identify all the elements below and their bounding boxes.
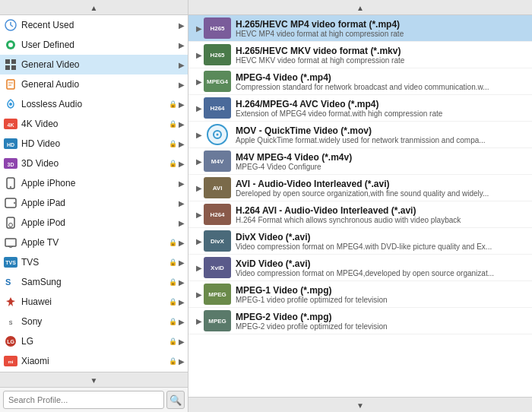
svg-rect-7	[5, 65, 10, 70]
right-item-expand-icon: ▶	[196, 237, 202, 246]
svg-point-20	[10, 186, 11, 188]
left-item-apple-tv[interactable]: Apple TV🔒▶	[0, 233, 188, 252]
left-item-icon-recent-used	[3, 17, 18, 33]
left-item-recent-used[interactable]: Recent Used▶	[0, 15, 188, 35]
left-item-3d-video[interactable]: 3D3D Video🔒▶	[0, 154, 188, 173]
left-item-icon-lossless-audio	[3, 97, 18, 112]
format-text-xvid: XviD Video (*.avi)Video compression form…	[236, 258, 527, 277]
arrow-icon: ▶	[179, 357, 185, 366]
right-item-divx[interactable]: ▶DivXDivX Video (*.avi)Video compression…	[188, 228, 532, 255]
format-desc: H.264 Format which allows synchronous au…	[236, 216, 527, 224]
left-item-xiaomi[interactable]: miXiaomi🔒▶	[0, 351, 188, 371]
left-item-label: Recent Used	[21, 20, 177, 30]
svg-text:3D: 3D	[8, 162, 14, 167]
left-item-apple-ipod[interactable]: Apple iPod▶	[0, 213, 188, 233]
left-item-icon-sony: S	[3, 314, 18, 329]
arrow-icon: ▶	[179, 278, 185, 287]
lock-icon: 🔒	[169, 278, 177, 286]
search-input[interactable]	[3, 391, 164, 409]
left-item-label: HD Video	[21, 138, 167, 149]
right-item-expand-icon: ▶	[196, 290, 202, 299]
arrow-icon: ▶	[179, 61, 185, 69]
svg-text:HD: HD	[7, 142, 14, 147]
left-item-general-audio[interactable]: General Audio▶	[0, 74, 188, 94]
left-category-list: Recent Used▶User Defined▶General Video▶G…	[0, 15, 188, 372]
arrow-icon: ▶	[179, 179, 185, 188]
left-item-icon-general-audio	[3, 77, 18, 92]
right-item-mpeg2[interactable]: ▶MPEGMPEG-2 Video (*.mpg)MPEG-2 video pr…	[188, 308, 532, 334]
left-item-huawei[interactable]: Huawei🔒▶	[0, 292, 188, 312]
right-item-avi[interactable]: ▶AVIAVI - Audio-Video Interleaved (*.avi…	[188, 175, 532, 201]
left-item-label: TVS	[21, 257, 167, 268]
svg-line-2	[11, 25, 13, 27]
format-icon-mpeg1: MPEG	[204, 284, 231, 305]
left-scroll-down[interactable]	[0, 372, 188, 387]
left-item-label: Xiaomi	[21, 356, 167, 366]
left-item-apple-iphone[interactable]: Apple iPhone▶	[0, 173, 188, 193]
left-item-hd-video[interactable]: HDHD Video🔒▶	[0, 134, 188, 154]
left-item-lossless-audio[interactable]: Lossless Audio🔒▶	[0, 94, 188, 114]
svg-rect-5	[5, 59, 10, 64]
right-item-hevc-mkv[interactable]: ▶H265H.265/HEVC MKV video format (*.mkv)…	[188, 42, 532, 68]
arrow-icon: ▶	[179, 318, 185, 326]
lock-icon: 🔒	[169, 100, 177, 108]
format-text-hevc-mkv: H.265/HEVC MKV video format (*.mkv)HEVC …	[236, 46, 527, 65]
right-chevron-down-icon	[356, 400, 364, 410]
left-item-icon-tvs: TVS	[3, 255, 18, 270]
chevron-up-icon	[90, 2, 98, 13]
left-item-lg[interactable]: LGLG🔒▶	[0, 331, 188, 351]
format-text-mpeg2: MPEG-2 Video (*.mpg)MPEG-2 video profile…	[236, 312, 527, 331]
left-item-icon-lg: LG	[3, 334, 18, 349]
left-item-samsung[interactable]: SSamSung🔒▶	[0, 272, 188, 292]
arrow-icon: ▶	[179, 81, 185, 89]
right-item-h264-avi[interactable]: ▶H264H.264 AVI - Audio-Video Interleaved…	[188, 201, 532, 228]
right-item-xvid[interactable]: ▶XviDXviD Video (*.avi)Video compression…	[188, 255, 532, 281]
format-text-mpeg4-mp4: MPEG-4 Video (*.mp4)Compression standard…	[236, 72, 527, 91]
left-item-sony[interactable]: SSony🔒▶	[0, 312, 188, 331]
left-item-icon-xiaomi: mi	[3, 353, 18, 369]
right-item-expand-icon: ▶	[196, 131, 202, 139]
right-item-expand-icon: ▶	[196, 157, 202, 166]
format-name: MPEG-2 Video (*.mpg)	[236, 312, 527, 322]
svg-text:AVI: AVI	[213, 185, 223, 192]
format-text-h264-avc: H.264/MPEG-4 AVC Video (*.mp4)Extension …	[236, 99, 527, 118]
left-item-icon-huawei	[3, 294, 18, 309]
right-item-hevc-mp4[interactable]: ▶H265H.265/HEVC MP4 video format (*.mp4)…	[188, 15, 532, 42]
right-item-mpeg1[interactable]: ▶MPEGMPEG-1 Video (*.mpg)MPEG-1 video pr…	[188, 281, 532, 308]
svg-text:MPEG: MPEG	[208, 291, 226, 298]
svg-text:LG: LG	[7, 339, 14, 344]
format-icon-hevc-mp4: H265	[204, 17, 231, 39]
svg-text:MPEG: MPEG	[208, 318, 226, 325]
format-desc: Compression standard for network broadca…	[236, 83, 527, 91]
right-scroll-up[interactable]	[188, 0, 532, 15]
right-scroll-down[interactable]	[188, 397, 532, 412]
right-item-h264-avc[interactable]: ▶H264H.264/MPEG-4 AVC Video (*.mp4)Exten…	[188, 95, 532, 122]
arrow-icon: ▶	[179, 219, 185, 227]
svg-point-22	[14, 202, 15, 204]
search-button[interactable]: 🔍	[166, 391, 185, 409]
left-item-label: Apple iPod	[21, 217, 177, 228]
format-desc: MPEG-2 video profile optimized for telev…	[236, 322, 527, 331]
arrow-icon: ▶	[179, 140, 185, 148]
left-scroll-up[interactable]	[0, 0, 188, 15]
right-item-mpeg4-mp4[interactable]: ▶MPEG4MPEG-4 Video (*.mp4)Compression st…	[188, 68, 532, 95]
left-item-user-defined[interactable]: User Defined▶	[0, 35, 188, 55]
left-item-apple-ipad[interactable]: Apple iPad▶	[0, 193, 188, 213]
format-text-mov: MOV - QuickTime Video (*.mov)Apple Quick…	[236, 125, 527, 144]
right-item-mov[interactable]: ▶MOV - QuickTime Video (*.mov)Apple Quic…	[188, 122, 532, 148]
format-icon-h264-avc: H264	[204, 97, 231, 119]
arrow-icon: ▶	[179, 41, 185, 49]
arrow-icon: ▶	[179, 21, 185, 30]
lock-icon: 🔒	[169, 160, 177, 167]
svg-text:H265: H265	[210, 52, 225, 59]
left-item-tvs[interactable]: TVSTVS🔒▶	[0, 252, 188, 272]
left-item-4k-video[interactable]: 4K4K Video🔒▶	[0, 114, 188, 134]
format-name: XviD Video (*.avi)	[236, 258, 527, 269]
svg-point-24	[9, 223, 13, 227]
left-item-label: Sony	[21, 316, 167, 327]
right-item-m4v[interactable]: ▶M4VM4V MPEG-4 Video (*.m4v)MPEG-4 Video…	[188, 148, 532, 175]
left-item-htc[interactable]: HTCHTC🔒▶	[0, 371, 188, 372]
left-panel: Recent Used▶User Defined▶General Video▶G…	[0, 0, 188, 412]
left-item-general-video[interactable]: General Video▶	[0, 55, 188, 74]
left-item-label: LG	[21, 336, 167, 347]
